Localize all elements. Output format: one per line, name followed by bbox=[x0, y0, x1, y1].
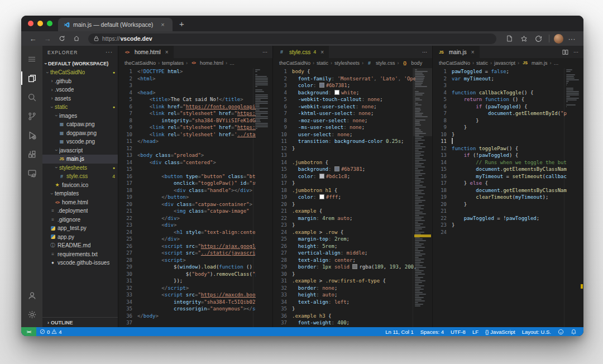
code-line[interactable]: 33 <script src="https://maxcdn.bootstrap… bbox=[118, 291, 256, 299]
code-line[interactable]: 37 font-weight: 400; bbox=[273, 319, 415, 327]
refresh-icon[interactable] bbox=[56, 33, 68, 44]
code-line[interactable]: 20 <div class="catpaw-container"> bbox=[118, 201, 256, 208]
code-line[interactable]: 17 onclick="togglePaw()" id="switch"> bbox=[118, 180, 256, 187]
code-line[interactable]: 13 if (!pawToggled) { bbox=[433, 152, 567, 159]
status-lf[interactable]: LF bbox=[469, 327, 482, 336]
status-javascript[interactable]: {}JavaScript bbox=[482, 327, 519, 336]
code-line[interactable]: 12 bbox=[118, 145, 256, 152]
breadcrumb-item[interactable]: theCatSaidNo bbox=[125, 60, 156, 66]
forward-icon[interactable]: → bbox=[41, 33, 54, 44]
minimap[interactable] bbox=[413, 68, 432, 327]
code-line[interactable]: 22 margin: 4rem auto; bbox=[273, 215, 415, 222]
breadcrumb-item[interactable]: … bbox=[554, 60, 559, 66]
code-line[interactable]: 15 bbox=[118, 166, 256, 173]
code-line[interactable]: 1pawToggled = false; bbox=[433, 68, 567, 75]
code-line[interactable]: 8 } bbox=[433, 117, 567, 124]
code-line[interactable]: 7 <link rel="stylesheet" href="https://m… bbox=[118, 110, 256, 117]
breadcrumb-item[interactable]: … bbox=[229, 60, 234, 66]
activity-extensions-button[interactable] bbox=[21, 145, 42, 164]
code-line[interactable]: 16 myTimeout = setTimeout(callbackToggle… bbox=[433, 173, 567, 180]
code-line[interactable]: 9 <link rel="stylesheet" href="https://u… bbox=[118, 124, 256, 131]
status-bell[interactable] bbox=[567, 327, 580, 336]
code-line[interactable]: 34 integrity="sha384-Tc5IQib027qvyjSMfHj… bbox=[118, 299, 256, 306]
code-line[interactable]: 12function togglePaw() { bbox=[433, 145, 567, 152]
code-line[interactable]: 6 <link href="https://fonts.googleapis.c… bbox=[118, 103, 256, 111]
code-line[interactable]: 1body { bbox=[273, 68, 415, 75]
workspace-header[interactable]: › DEFAULT (WORKSPACE) bbox=[42, 59, 118, 68]
status-spaces-4[interactable]: Spaces: 4 bbox=[417, 327, 447, 336]
code-line[interactable]: 4<head> bbox=[118, 89, 256, 97]
code-line[interactable]: 2<html> bbox=[118, 75, 256, 83]
code-line[interactable]: 26 height: 5rem; bbox=[273, 243, 415, 250]
breadcrumb-item[interactable]: {}body bbox=[401, 60, 423, 66]
code-line[interactable]: 31.example > .row:first-of-type { bbox=[273, 277, 415, 285]
breadcrumb-item[interactable]: #style.css bbox=[366, 60, 395, 66]
back-icon[interactable]: ← bbox=[27, 33, 39, 44]
tree-item-.gitignore[interactable]: ≡.gitignore bbox=[42, 215, 118, 224]
code-line[interactable]: 8 integrity="sha384-BVYiiSIFeK1dGmJRAkyc… bbox=[118, 117, 256, 124]
code-line[interactable]: 23 <div> bbox=[118, 222, 256, 229]
tree-item-style.css[interactable]: #style.css4 bbox=[42, 172, 118, 181]
new-tab-button[interactable]: + bbox=[173, 16, 191, 31]
home-icon[interactable] bbox=[70, 33, 83, 44]
browser-extension-icon[interactable] bbox=[532, 33, 544, 44]
close-tab-icon[interactable]: × bbox=[161, 21, 164, 28]
tree-item-.deployment[interactable]: ≡.deployment bbox=[42, 207, 118, 215]
code-line[interactable]: 11 bbox=[433, 138, 567, 145]
code-line[interactable]: 13<body class="preload"> bbox=[118, 152, 256, 159]
code-line[interactable]: 3 bbox=[433, 82, 567, 89]
breadcrumb-item[interactable]: <>home.html bbox=[190, 60, 223, 66]
code-line[interactable]: 15 document.getElementsByClassName("catp… bbox=[433, 166, 567, 173]
close-window-button[interactable] bbox=[28, 21, 34, 26]
status-feedback[interactable] bbox=[554, 327, 567, 336]
editor-more-icon[interactable]: ··· bbox=[262, 49, 267, 55]
minimap[interactable] bbox=[253, 68, 272, 327]
breadcrumb-item[interactable]: templates bbox=[162, 60, 184, 66]
code-line[interactable]: 6 -webkit-user-select: none; bbox=[273, 103, 415, 111]
code-line[interactable]: 10 <link rel='stylesheet' href='../stati… bbox=[118, 131, 256, 138]
tree-item-app.py[interactable]: app.py bbox=[42, 233, 118, 242]
activity-remote-button[interactable] bbox=[21, 164, 42, 183]
activity-search-button[interactable] bbox=[21, 88, 42, 107]
code-line[interactable]: 3 bbox=[118, 82, 256, 89]
breadcrumb-item[interactable]: static bbox=[317, 60, 328, 66]
tree-item-templates[interactable]: ›templates bbox=[42, 189, 118, 198]
code-line[interactable]: 11 transition: background-color 0.25s; bbox=[273, 138, 415, 145]
code-line[interactable]: 5 <title>The Cat said No!</title> bbox=[118, 96, 256, 103]
remote-indicator[interactable]: >< bbox=[21, 327, 36, 336]
code-line[interactable]: 13 bbox=[273, 152, 415, 159]
code-line[interactable]: 19 color: #fff; bbox=[273, 194, 415, 201]
editor-more-icon[interactable]: ··· bbox=[422, 49, 427, 55]
tree-item-images[interactable]: ›images bbox=[42, 112, 118, 121]
code-line[interactable]: 11</head> bbox=[118, 138, 256, 145]
code-line[interactable]: 5 return function () { bbox=[433, 96, 567, 103]
code-editor[interactable]: 1body {2 font-family: 'Montserrat', 'Lat… bbox=[273, 68, 415, 327]
minimap[interactable] bbox=[564, 68, 583, 327]
status-ln-11-col-1[interactable]: Ln 11, Col 1 bbox=[382, 327, 417, 336]
code-line[interactable]: 28 <script> bbox=[118, 257, 256, 264]
code-line[interactable]: 29 border: 1px solid rgba(189, 193, 200,… bbox=[273, 264, 415, 271]
code-line[interactable]: 35 crossorigin="anonymous"></script> bbox=[118, 305, 256, 313]
browser-menu-icon[interactable]: ··· bbox=[566, 33, 578, 44]
close-tab-icon[interactable]: × bbox=[471, 49, 475, 55]
tree-item-vscode.png[interactable]: ▦vscode.png bbox=[42, 137, 118, 146]
tree-item-dogpaw.png[interactable]: ▦dogpaw.png bbox=[42, 129, 118, 138]
code-line[interactable]: 31 }); bbox=[118, 277, 256, 285]
breadcrumb-item[interactable]: theCatSaidNo bbox=[279, 60, 310, 66]
code-line[interactable]: 4function callbackToggle() { bbox=[433, 89, 567, 97]
save-page-icon[interactable] bbox=[503, 33, 515, 44]
code-line[interactable]: 34 text-align: left; bbox=[273, 299, 415, 306]
activity-run-debug-button[interactable] bbox=[21, 126, 42, 145]
tab-main.js[interactable]: JSmain.js× bbox=[433, 46, 480, 58]
code-line[interactable]: 27 <script src="../static/javascript/mai… bbox=[118, 250, 256, 257]
zoom-window-button[interactable] bbox=[47, 21, 52, 26]
code-line[interactable]: 9 } bbox=[433, 124, 567, 131]
tree-item-stylesheets[interactable]: ›stylesheets● bbox=[42, 164, 118, 173]
code-line[interactable]: 9 -ms-user-select: none; bbox=[273, 124, 415, 131]
code-line[interactable]: 18 document.getElementsByClassName("catp… bbox=[433, 187, 567, 194]
code-line[interactable]: 19 clearTimeout(myTimeout); bbox=[433, 194, 567, 201]
code-line[interactable]: 28 text-align: center; bbox=[273, 257, 415, 264]
breadcrumb-item[interactable]: JSmain.js bbox=[521, 60, 548, 66]
tab-style.css[interactable]: #style.css4× bbox=[273, 46, 329, 58]
tree-item-static[interactable]: ›static● bbox=[42, 103, 118, 112]
